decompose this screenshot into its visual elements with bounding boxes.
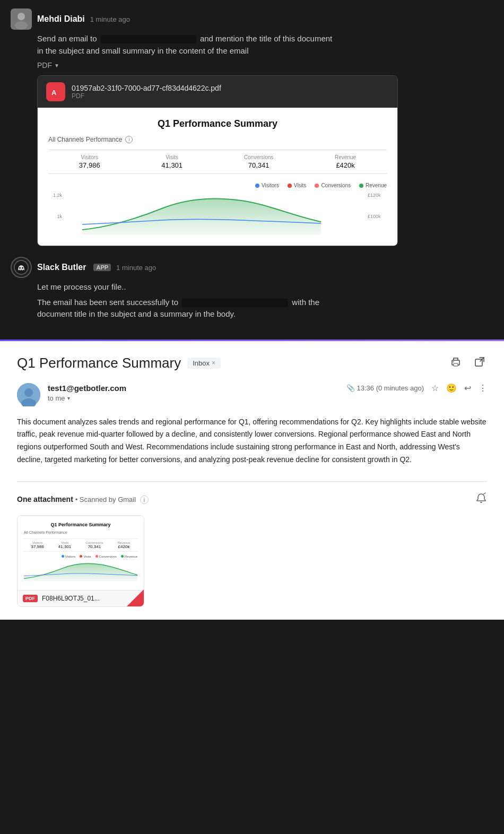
emoji-icon[interactable]: 🙂 — [446, 383, 457, 393]
svg-point-1 — [18, 13, 25, 20]
stat-revenue: Revenue £420k — [335, 154, 356, 169]
svg-line-15 — [484, 493, 485, 494]
avatar-mehdi — [11, 8, 32, 30]
att-filename: F08H6L9OTJ5_01... — [42, 595, 100, 602]
dropdown-arrow-icon: ▼ — [54, 62, 59, 70]
att-dot-visits — [80, 555, 82, 558]
reply-icon[interactable]: ↩ — [464, 383, 471, 393]
scanned-label: • Scanned by Gmail — [75, 496, 136, 503]
butler-success-msg: The email has been sent successfully to … — [37, 297, 493, 320]
external-link-icon[interactable] — [472, 354, 487, 372]
svg-point-2 — [15, 21, 28, 30]
star-icon[interactable]: ☆ — [431, 383, 439, 393]
email-sender: test1@getbotler.com — [48, 384, 126, 393]
butler-line1: Let me process your file.. — [37, 281, 493, 293]
att-corner-triangle — [127, 589, 144, 606]
more-options-icon[interactable]: ⋮ — [479, 383, 487, 393]
pdf-filename: 01957ab2-31f0-7000-ad77-cf83d4d4622c.pdf — [72, 84, 221, 92]
att-legend-revenue: Revenue — [121, 555, 137, 558]
stat-visitors: Visitors 37,986 — [79, 154, 100, 169]
att-stat-visitors: Visitors 37,986 — [31, 541, 44, 549]
attachment-label: One attachment • Scanned by Gmail i — [17, 495, 149, 503]
att-legend-visits: Visits — [80, 555, 91, 558]
gmail-sender-avatar — [17, 383, 40, 406]
svg-rect-9 — [454, 363, 458, 366]
message-text-1a: Send an email to — [37, 34, 99, 43]
gmail-section: Q1 Performance Summary Inbox × — [0, 341, 504, 620]
att-legend-visitors: Visitors — [62, 555, 76, 558]
pdf-preview: Q1 Performance Summary All Channels Perf… — [38, 108, 397, 246]
att-chart — [24, 560, 137, 581]
legend-dot-visitors — [255, 184, 259, 188]
inbox-badge[interactable]: Inbox × — [187, 358, 221, 369]
email-from-row: test1@getbotler.com 📎 13:36 (0 minutes a… — [48, 383, 487, 393]
to-me-row[interactable]: to me ▾ — [48, 394, 487, 402]
pdf-file-card[interactable]: A 01957ab2-31f0-7000-ad77-cf83d4d4622c.p… — [37, 75, 398, 246]
timestamp-1: 1 minute ago — [90, 15, 130, 23]
legend-revenue: Revenue — [359, 183, 387, 188]
pdf-stats-row: Visitors 37,986 Visits 41,301 Conversion… — [48, 150, 387, 174]
att-legend-conversions: Conversions — [95, 555, 117, 558]
attachment-preview: Q1 Performance Summary All Channels Perf… — [18, 516, 144, 590]
slack-section: Mehdi Diabi 1 minute ago Send an email t… — [0, 0, 504, 340]
att-preview-subtitle: All Channels Performance — [24, 531, 137, 534]
inbox-badge-label: Inbox — [193, 359, 210, 367]
svg-point-6 — [22, 267, 23, 269]
sender-name-butler: Slack Butler — [37, 263, 86, 272]
legend-visits: Visits — [288, 183, 307, 188]
att-preview-title: Q1 Performance Summary — [24, 522, 137, 527]
attachment-label-group: One attachment • Scanned by Gmail i — [17, 494, 149, 505]
legend-dot-visits — [288, 184, 292, 188]
pdf-preview-subtitle: All Channels Performance i — [48, 136, 387, 143]
att-legend: Visitors Visits Conversions Revenue — [24, 555, 137, 558]
att-stat-revenue: Revenue £420k — [117, 541, 130, 549]
legend-dot-revenue — [359, 184, 363, 188]
email-meta-row: test1@getbotler.com 📎 13:36 (0 minutes a… — [17, 383, 487, 406]
attachment-card[interactable]: Q1 Performance Summary All Channels Perf… — [17, 515, 144, 607]
pdf-legend: Visitors Visits Conversions Revenue — [48, 183, 387, 188]
to-me-chevron: ▾ — [67, 395, 70, 401]
message-text-1b: and mention the title of this document — [198, 34, 332, 43]
legend-conversions: Conversions — [315, 183, 351, 188]
message-header-2: Slack Butler APP 1 minute ago — [11, 257, 493, 278]
print-icon[interactable] — [448, 354, 464, 372]
message-header-1: Mehdi Diabi 1 minute ago — [11, 8, 493, 30]
stat-visits: Visits 41,301 — [161, 154, 183, 169]
pdf-type: PDF — [72, 92, 221, 100]
att-dot-revenue — [121, 555, 124, 558]
email-from-col: test1@getbotler.com 📎 13:36 (0 minutes a… — [48, 383, 487, 402]
attachment-section: One attachment • Scanned by Gmail i — [17, 492, 487, 507]
bell-icon[interactable] — [475, 492, 487, 507]
timestamp-2: 1 minute ago — [116, 264, 156, 272]
chart-y-axis-left: 1.2k 1k — [48, 193, 64, 235]
pdf-chart: 1.2k 1k — [48, 193, 387, 235]
info-icon: i — [125, 136, 133, 143]
message-body-1: Send an email to and mention the title o… — [37, 33, 493, 71]
chart-svg-container — [64, 193, 366, 235]
att-dot-visitors — [62, 555, 64, 558]
message-text-1c: in the subject and small summary in the … — [37, 46, 249, 55]
att-preview-stats: Visitors 37,986 Visits 41,301 Conversion… — [24, 538, 137, 552]
stat-conversions: Conversions 70,341 — [244, 154, 274, 169]
gmail-email-title: Q1 Performance Summary — [17, 355, 181, 371]
pdf-label-text: PDF — [37, 60, 52, 71]
gmail-header: Q1 Performance Summary Inbox × — [17, 354, 487, 372]
svg-point-13 — [24, 388, 33, 397]
att-stat-visits: Visits 41,301 — [58, 541, 71, 549]
pdf-preview-title: Q1 Performance Summary — [48, 118, 387, 129]
message-body-2: Let me process your file.. The email has… — [37, 281, 493, 320]
att-pdf-badge: PDF — [23, 595, 38, 602]
svg-point-10 — [453, 361, 454, 362]
svg-text:A: A — [51, 89, 57, 97]
pdf-icon: A — [46, 82, 65, 101]
chart-y-axis-right: £120k £100k — [366, 193, 387, 235]
pdf-info: 01957ab2-31f0-7000-ad77-cf83d4d4622c.pdf… — [72, 84, 221, 100]
gmail-title-group: Q1 Performance Summary Inbox × — [17, 355, 221, 371]
email-body: This document analyzes sales trends and … — [17, 416, 487, 466]
att-dot-conversions — [95, 555, 98, 558]
app-badge: APP — [93, 264, 111, 271]
inbox-badge-close[interactable]: × — [212, 359, 215, 367]
email-action-row: 📎 13:36 (0 minutes ago) ☆ 🙂 ↩ ⋮ — [346, 383, 487, 393]
att-stat-conversions: Conversions 70,341 — [85, 541, 103, 549]
pdf-label-toggle[interactable]: PDF ▼ — [37, 60, 493, 71]
